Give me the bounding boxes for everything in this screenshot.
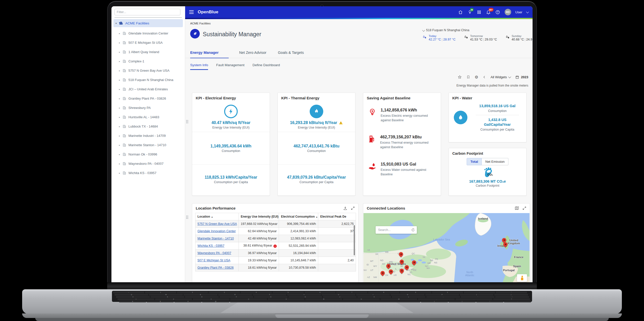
weather-location-select[interactable]: 518 Fuquan N Shanghai China <box>423 28 528 32</box>
location-link[interactable]: Marinette Stanton - 14710 <box>197 237 234 240</box>
sidebar-item[interactable]: ▸507 E Michigan St USA <box>119 38 185 47</box>
error-icon[interactable]: ! <box>273 245 277 248</box>
world-map[interactable]: IcelandUnited KingdomIrelandFranceSpainP… <box>364 213 530 283</box>
sidebar-item[interactable]: ▸Huntsville AL - 14483 <box>119 112 185 122</box>
table-scrollbar[interactable] <box>354 225 355 255</box>
expand-icon[interactable] <box>522 206 526 210</box>
caret-down-icon[interactable]: ▾ <box>115 22 117 25</box>
sidebar-item[interactable]: ▸Marinette Stanton - 14710 <box>119 140 185 150</box>
apps-grid-icon[interactable] <box>477 10 482 15</box>
filter-input[interactable] <box>114 9 180 15</box>
sidebar-item[interactable]: ▸Grantley Plant PA - 03826 <box>119 94 185 103</box>
keyboard-key: D <box>185 296 219 298</box>
sidebar-item-acme-facilities[interactable]: ▾ ACME Facilities <box>113 19 183 27</box>
location-link[interactable]: Glendale Innovation Center <box>197 229 236 233</box>
subtab-system-info[interactable]: System Info <box>190 63 208 70</box>
keyboard-key: . <box>455 298 492 300</box>
caret-right-icon[interactable]: ▸ <box>119 88 120 91</box>
caret-right-icon[interactable]: ▸ <box>119 125 120 128</box>
sidebar-item[interactable]: ▸Waynesboro PA - 04007 <box>119 159 185 168</box>
location-link[interactable]: 5757 N Green Bay Ave USA <box>197 222 237 226</box>
caret-right-icon[interactable]: ▸ <box>119 32 120 35</box>
building-icon <box>123 171 126 175</box>
column-header[interactable]: Location▲ <box>195 213 239 220</box>
sidebar-item[interactable]: ▸Norman Ok - 03996 <box>119 150 185 159</box>
caret-right-icon[interactable]: ▸ <box>119 144 120 146</box>
caret-right-icon[interactable]: ▸ <box>119 79 120 81</box>
location-link[interactable]: Grantley Plant PA - 03826 <box>197 266 234 269</box>
download-icon[interactable] <box>343 206 347 210</box>
sidebar-item-label: 507 E Michigan St USA <box>129 41 163 45</box>
chevron-left-icon[interactable] <box>483 75 486 79</box>
caret-right-icon[interactable]: ▸ <box>119 116 120 118</box>
refresh-icon[interactable] <box>411 228 415 232</box>
keyboard-key: V <box>268 298 305 300</box>
subtab-fault-management[interactable]: Fault Management <box>216 63 245 70</box>
caret-right-icon[interactable]: ▸ <box>119 172 120 174</box>
caret-right-icon[interactable]: ▸ <box>119 107 120 109</box>
caret-right-icon[interactable]: ▸ <box>119 69 120 72</box>
keyboard-key: 8 <box>368 292 399 293</box>
notifications-bell-icon[interactable]: 99+ <box>486 10 491 15</box>
settings-gear-icon[interactable]: ⚙ <box>475 75 478 79</box>
table-row: Waynesboro PA - 0400736.97 kWh/sq ft/yea… <box>195 250 356 257</box>
sidebar-item[interactable]: ▸Wichita KS - 03957 <box>119 168 185 178</box>
bookmark-icon[interactable] <box>466 75 470 79</box>
keyboard-key: 9 <box>400 292 431 293</box>
column-header[interactable]: Energy Use Intensity (EUI)▼ <box>239 213 279 220</box>
location-link[interactable]: Waynesboro PA - 04007 <box>197 251 231 255</box>
sidebar-item[interactable]: ▸Shrewsbury PA <box>119 103 185 112</box>
sidebar-item[interactable]: ▸Complex-1 <box>119 57 185 66</box>
location-link[interactable]: 507 E Michigan St USA <box>197 259 230 262</box>
sidebar-item[interactable]: ▸1 Albert Quay Ireland <box>119 47 185 57</box>
sidebar-item[interactable]: ▸5757 N Green Bay Ave USA <box>119 66 185 75</box>
insights-bulb-icon[interactable]: 39 <box>467 10 472 15</box>
rain-droplets-icon <box>423 34 427 39</box>
sidebar-item[interactable]: ▸518 Fuquan N Shanghai China <box>119 75 185 85</box>
favorite-star-icon[interactable] <box>458 75 462 79</box>
user-menu-label[interactable]: User <box>515 10 522 14</box>
tab-energy-manager[interactable]: Energy Manager <box>190 51 229 58</box>
home-icon[interactable] <box>458 10 463 15</box>
location-link[interactable]: Wichita KS - 03957 <box>197 244 224 248</box>
map-search-input[interactable] <box>378 228 410 232</box>
year-picker[interactable]: 2023 <box>515 75 528 79</box>
keyboard-key: J <box>323 296 357 298</box>
tab-goals-amp-targets[interactable]: Goals & Targets <box>277 51 305 58</box>
caret-right-icon[interactable]: ▸ <box>119 60 120 63</box>
column-header[interactable]: Electrical Consumption▲ <box>279 213 318 220</box>
map-icon[interactable] <box>515 206 519 210</box>
caret-right-icon[interactable]: ▸ <box>119 42 120 44</box>
caret-right-icon[interactable]: ▸ <box>119 163 120 165</box>
flame-icon <box>310 105 323 118</box>
chevron-down-icon[interactable] <box>526 10 529 13</box>
baseline-item: 15,910,083 US GalExcess Water consumed a… <box>363 162 441 177</box>
caret-right-icon[interactable]: ▸ <box>119 51 120 53</box>
carbon-toggle-net-emission[interactable]: Net Emission <box>482 158 508 165</box>
column-header[interactable]: Electrical Peak De <box>318 213 356 220</box>
sidebar: ▾ ACME Facilities ▸Glendale Innovation C… <box>111 6 185 283</box>
caret-right-icon[interactable]: ▸ <box>119 153 120 156</box>
tab-net-zero-advisor[interactable]: Net Zero Advisor <box>238 51 267 58</box>
pegman-control[interactable] <box>517 274 527 282</box>
sidebar-item[interactable]: ▸JCI – United Arab Emirates <box>119 85 185 94</box>
sidebar-item[interactable]: ▸Lubbock TX - 14684 <box>119 122 185 131</box>
carbon-toggle-total[interactable]: Total <box>467 158 482 165</box>
avatar[interactable]: RD <box>505 9 511 15</box>
subtab-define-dashboard[interactable]: Define Dashboard <box>253 63 280 70</box>
sidebar-item[interactable]: ▸Marinette Industri - 14709 <box>119 131 185 140</box>
widget-drag-handle[interactable] <box>186 216 189 219</box>
sort-asc-icon[interactable]: ▲ <box>211 216 213 218</box>
expand-icon[interactable] <box>351 206 355 210</box>
building-icon <box>123 69 126 72</box>
keyboard-key: N <box>343 298 380 300</box>
menu-icon[interactable] <box>189 10 194 14</box>
widgets-filter-dropdown[interactable]: All Widgets <box>491 75 511 79</box>
sidebar-item[interactable]: ▸Glendale Innovation Center <box>119 29 185 38</box>
help-icon[interactable] <box>495 10 500 15</box>
sort-asc-icon[interactable]: ▲ <box>316 216 318 218</box>
widget-drag-handle[interactable] <box>186 120 189 123</box>
keyboard-key: I <box>356 294 390 296</box>
caret-right-icon[interactable]: ▸ <box>119 97 120 100</box>
caret-right-icon[interactable]: ▸ <box>119 135 120 137</box>
